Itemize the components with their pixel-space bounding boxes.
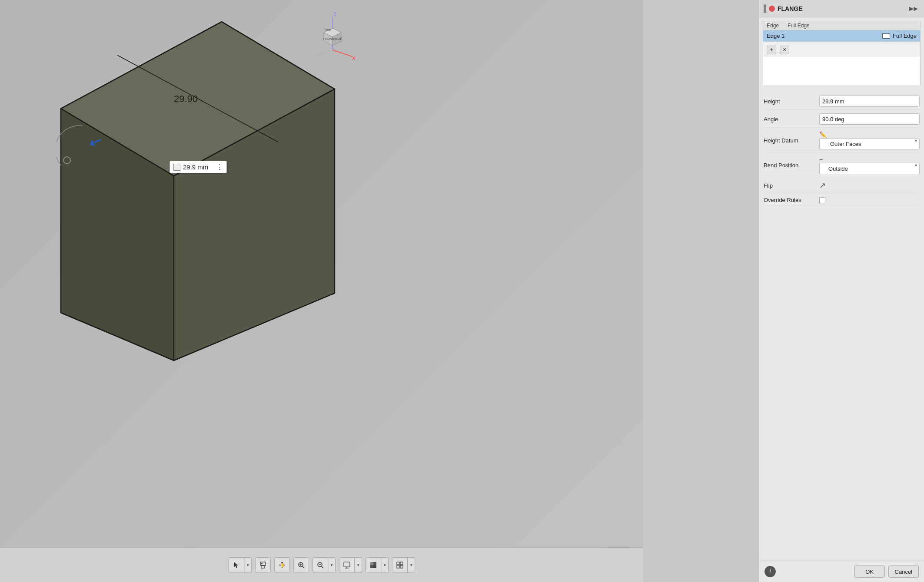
edge-list-actions: + × <box>763 42 920 57</box>
svg-text:TOP: TOP <box>325 29 332 32</box>
measure-box[interactable]: 29.9 mm ⋮ <box>170 161 227 173</box>
render-tool-dropdown-btn[interactable]: ▾ <box>382 557 389 573</box>
override-rules-label: Override Rules <box>764 197 816 203</box>
type-col-header: Full Edge <box>788 23 810 29</box>
display-tool-group[interactable]: ▾ <box>339 557 362 573</box>
toolbar: ▾ ✋ <box>0 547 643 582</box>
zoom-tool-btn[interactable] <box>312 557 328 573</box>
canvas-area: 29.90 ↙ 29.9 mm ⋮ Z X <box>0 0 643 547</box>
panel-header: FLANGE ▶▶ <box>759 0 924 17</box>
svg-rect-36 <box>344 562 350 567</box>
render-tool-btn[interactable] <box>366 557 381 573</box>
angle-input[interactable] <box>819 113 920 125</box>
svg-rect-41 <box>373 565 376 568</box>
svg-rect-40 <box>370 562 373 565</box>
select-tool-group[interactable]: ▾ <box>229 557 252 573</box>
footer-action-area: OK Cancel <box>854 565 919 578</box>
viewport: 29.90 ↙ 29.9 mm ⋮ Z X <box>0 0 643 582</box>
flip-icon[interactable]: ↗ <box>819 181 826 190</box>
select-tool-btn[interactable] <box>229 557 244 573</box>
height-label: Height <box>764 98 816 105</box>
svg-text:Z: Z <box>333 11 336 17</box>
override-rules-row: Override Rules <box>764 194 920 206</box>
svg-line-17 <box>315 50 332 56</box>
ruler-icon <box>173 164 180 171</box>
3d-cube <box>22 9 361 400</box>
svg-rect-27 <box>261 563 263 564</box>
override-rules-checkbox[interactable] <box>819 197 825 203</box>
bend-icon: ⌐ <box>819 156 823 163</box>
edge-type: Full Edge <box>882 33 917 39</box>
edge-list-header: Edge Full Edge <box>763 21 920 30</box>
dimension-label-top: 29.90 <box>174 93 198 105</box>
svg-rect-42 <box>397 562 399 565</box>
height-datum-row: Height Datum ✏️ Outer Faces Inner Faces … <box>764 129 920 152</box>
svg-text:RIGHT: RIGHT <box>333 37 343 40</box>
height-row: Height <box>764 93 920 110</box>
angle-label: Angle <box>764 116 816 122</box>
outer-faces-icon: ✏️ <box>819 131 827 138</box>
height-input[interactable] <box>819 96 920 107</box>
svg-marker-24 <box>234 562 238 568</box>
cancel-btn[interactable]: Cancel <box>888 565 919 578</box>
edge-label: Edge 1 <box>767 33 878 39</box>
pan-btn[interactable]: ✋ <box>274 557 290 573</box>
view-tool-group[interactable]: ▾ <box>392 557 415 573</box>
height-datum-select-wrapper: ✏️ Outer Faces Inner Faces ▾ <box>819 131 920 149</box>
more-icon[interactable]: ⋮ <box>216 163 223 171</box>
panel-collapse-btn[interactable] <box>764 4 766 13</box>
arc-indicator <box>57 122 109 187</box>
svg-line-30 <box>302 566 304 568</box>
panel-title: FLANGE <box>778 5 803 12</box>
svg-rect-43 <box>400 562 403 565</box>
flip-label: Flip <box>764 182 816 189</box>
edge-col-header: Edge <box>767 23 779 29</box>
svg-text:X: X <box>352 56 356 61</box>
info-btn[interactable]: i <box>764 566 776 577</box>
view-tool-dropdown-btn[interactable]: ▾ <box>408 557 415 573</box>
svg-rect-44 <box>397 565 399 568</box>
bend-position-label: Bend Position <box>764 162 816 169</box>
orientation-cube[interactable]: Z X TOP FRONT RIGHT <box>309 9 356 61</box>
display-tool-dropdown-btn[interactable]: ▾ <box>355 557 362 573</box>
measure-value: 29.9 mm <box>183 163 213 171</box>
svg-text:✋: ✋ <box>280 562 286 568</box>
panel: FLANGE ▶▶ Edge Full Edge Edge 1 Full Edg… <box>759 0 924 582</box>
zoom-tool-group[interactable]: ▾ <box>312 557 336 573</box>
svg-line-34 <box>322 566 323 568</box>
flip-row: Flip ↗ <box>764 178 920 193</box>
bend-position-select[interactable]: Outside Inside Bend Centerline <box>819 163 920 174</box>
panel-footer: i OK Cancel <box>759 561 924 582</box>
view-tool-btn[interactable] <box>392 557 408 573</box>
panel-form: Height Angle Height Datum ✏️ Outer Faces… <box>759 89 924 210</box>
svg-text:FRONT: FRONT <box>323 37 334 40</box>
edge-row[interactable]: Edge 1 Full Edge <box>763 30 920 42</box>
zoom-tool-dropdown-btn[interactable]: ▾ <box>329 557 336 573</box>
display-tool-btn[interactable] <box>339 557 355 573</box>
bend-position-row: Bend Position ⌐ Outside Inside Bend Cent… <box>764 153 920 177</box>
edge-add-btn[interactable]: + <box>767 45 776 54</box>
svg-line-15 <box>332 50 352 56</box>
ok-btn[interactable]: OK <box>854 565 885 578</box>
height-datum-label: Height Datum <box>764 137 816 144</box>
bend-position-select-wrapper: ⌐ Outside Inside Bend Centerline ▾ <box>819 156 920 174</box>
zoom-fit-btn[interactable] <box>293 557 309 573</box>
svg-rect-26 <box>261 565 265 568</box>
angle-row: Angle <box>764 111 920 128</box>
svg-rect-45 <box>400 565 403 568</box>
stop-icon <box>769 6 775 12</box>
height-datum-select[interactable]: Outer Faces Inner Faces <box>819 138 920 149</box>
edge-type-icon <box>882 33 890 39</box>
edge-list: Edge Full Edge Edge 1 Full Edge + × <box>763 21 921 86</box>
svg-rect-25 <box>260 562 266 565</box>
print-btn[interactable] <box>255 557 271 573</box>
panel-forward-btn[interactable]: ▶▶ <box>907 4 920 13</box>
edge-type-label: Full Edge <box>893 33 917 39</box>
render-tool-group[interactable]: ▾ <box>366 557 389 573</box>
select-tool-dropdown-btn[interactable]: ▾ <box>245 557 252 573</box>
edge-remove-btn[interactable]: × <box>780 45 789 54</box>
